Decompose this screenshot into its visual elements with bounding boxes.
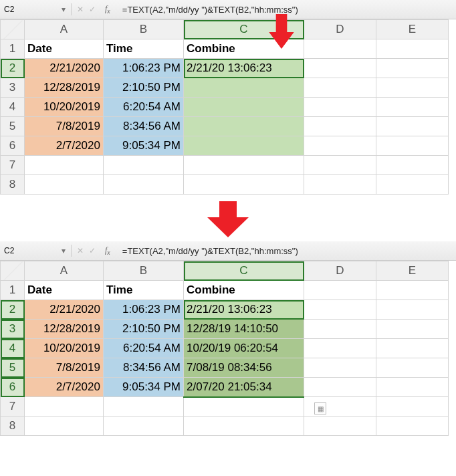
formula-input[interactable]: =TEXT(A2,"m/dd/yy ")&TEXT(B2,"hh:mm:ss")	[120, 5, 456, 15]
row-header[interactable]: 2	[1, 300, 25, 320]
cell[interactable]	[304, 378, 376, 397]
cell[interactable]	[184, 78, 304, 98]
cell[interactable]: 2/7/2020	[25, 378, 104, 397]
cell[interactable]	[376, 339, 449, 358]
cell[interactable]	[376, 320, 449, 339]
cell[interactable]	[376, 358, 449, 378]
name-box[interactable]: ▾	[0, 245, 72, 257]
cell-selected[interactable]: 2/21/20 13:06:23	[184, 59, 304, 78]
cell[interactable]: 7/8/2019	[25, 358, 104, 378]
cell[interactable]	[104, 397, 184, 416]
cell[interactable]: 2/21/2020	[25, 59, 104, 78]
name-box[interactable]: ▾	[0, 3, 72, 15]
col-header[interactable]: B	[104, 20, 184, 39]
row-header[interactable]: 8	[1, 416, 25, 436]
cell[interactable]	[25, 175, 104, 195]
cell[interactable]	[304, 39, 376, 59]
cell[interactable]	[376, 78, 449, 98]
row-header[interactable]: 6	[1, 378, 25, 397]
cell[interactable]	[376, 300, 449, 320]
fx-icon[interactable]: fx	[101, 245, 114, 256]
row-header[interactable]: 7	[1, 397, 25, 416]
cell[interactable]: 2:10:50 PM	[104, 78, 184, 98]
cell[interactable]: 10/20/2019	[25, 339, 104, 358]
cell[interactable]	[304, 281, 376, 300]
cell[interactable]	[25, 397, 104, 416]
cell[interactable]: 9:05:34 PM	[104, 136, 184, 156]
col-header[interactable]: B	[104, 261, 184, 281]
cell[interactable]	[304, 320, 376, 339]
cell[interactable]: Date	[25, 39, 104, 59]
cell[interactable]	[376, 117, 449, 136]
cell[interactable]	[304, 156, 376, 175]
row-header[interactable]: 2	[1, 59, 25, 78]
cell[interactable]: 10/20/19 06:20:54	[184, 339, 304, 358]
cell[interactable]	[104, 416, 184, 436]
cell[interactable]	[376, 416, 449, 436]
cell[interactable]	[184, 416, 304, 436]
col-header[interactable]: E	[376, 20, 449, 39]
select-all-corner[interactable]	[1, 261, 25, 281]
cell[interactable]	[376, 175, 449, 195]
cell[interactable]: 12/28/2019	[25, 78, 104, 98]
cell[interactable]: 8:34:56 AM	[104, 358, 184, 378]
chevron-down-icon[interactable]: ▾	[59, 5, 68, 14]
row-header[interactable]: 4	[1, 98, 25, 117]
fx-icon[interactable]: fx	[101, 4, 114, 15]
cell[interactable]: 10/20/2019	[25, 98, 104, 117]
cell[interactable]	[376, 156, 449, 175]
cell[interactable]	[104, 156, 184, 175]
cell[interactable]	[304, 98, 376, 117]
row-header[interactable]: 1	[1, 281, 25, 300]
cell[interactable]	[304, 59, 376, 78]
row-header[interactable]: 6	[1, 136, 25, 156]
cell[interactable]	[184, 397, 304, 416]
cell[interactable]	[304, 416, 376, 436]
spreadsheet-grid-after[interactable]: A B C D E 1 Date Time Combine 2 2/21/202…	[0, 261, 449, 436]
col-header[interactable]: D	[304, 20, 376, 39]
cell[interactable]	[25, 416, 104, 436]
formula-input[interactable]: =TEXT(A2,"m/dd/yy ")&TEXT(B2,"hh:mm:ss")	[120, 246, 456, 256]
cell[interactable]	[104, 175, 184, 195]
cell[interactable]	[304, 78, 376, 98]
cell[interactable]	[184, 98, 304, 117]
cell[interactable]: 2/21/2020	[25, 300, 104, 320]
cell[interactable]	[304, 136, 376, 156]
row-header[interactable]: 4	[1, 339, 25, 358]
row-header[interactable]: 5	[1, 117, 25, 136]
cell[interactable]	[376, 39, 449, 59]
cell[interactable]: 2/07/20 21:05:34	[184, 378, 304, 397]
cell[interactable]: Time	[104, 39, 184, 59]
cell[interactable]: 6:20:54 AM	[104, 339, 184, 358]
cell[interactable]: 2/7/2020	[25, 136, 104, 156]
autofill-options-icon[interactable]: ▦	[314, 402, 326, 414]
cell[interactable]	[304, 175, 376, 195]
cell[interactable]	[184, 117, 304, 136]
cell[interactable]: 8:34:56 AM	[104, 117, 184, 136]
cell[interactable]: 2:10:50 PM	[104, 320, 184, 339]
cell[interactable]	[376, 98, 449, 117]
col-header[interactable]: A	[25, 20, 104, 39]
cell[interactable]: 12/28/2019	[25, 320, 104, 339]
cell[interactable]	[304, 300, 376, 320]
spreadsheet-grid-before[interactable]: A B C D E 1 Date Time Combine 2 2/21/202…	[0, 19, 449, 195]
cell[interactable]: Date	[25, 281, 104, 300]
row-header[interactable]: 7	[1, 156, 25, 175]
cell[interactable]: 9:05:34 PM	[104, 378, 184, 397]
row-header[interactable]: 5	[1, 358, 25, 378]
cell[interactable]	[184, 156, 304, 175]
row-header[interactable]: 3	[1, 320, 25, 339]
cell[interactable]: 1:06:23 PM	[104, 59, 184, 78]
col-header[interactable]: D	[304, 261, 376, 281]
row-header[interactable]: 3	[1, 78, 25, 98]
cell[interactable]	[184, 136, 304, 156]
cell[interactable]	[376, 59, 449, 78]
cell[interactable]: 1:06:23 PM	[104, 300, 184, 320]
cell[interactable]: Combine	[184, 281, 304, 300]
chevron-down-icon[interactable]: ▾	[59, 246, 68, 255]
cell[interactable]: Time	[104, 281, 184, 300]
col-header[interactable]: C	[184, 261, 304, 281]
cell[interactable]	[304, 358, 376, 378]
cell[interactable]	[184, 175, 304, 195]
row-header[interactable]: 8	[1, 175, 25, 195]
